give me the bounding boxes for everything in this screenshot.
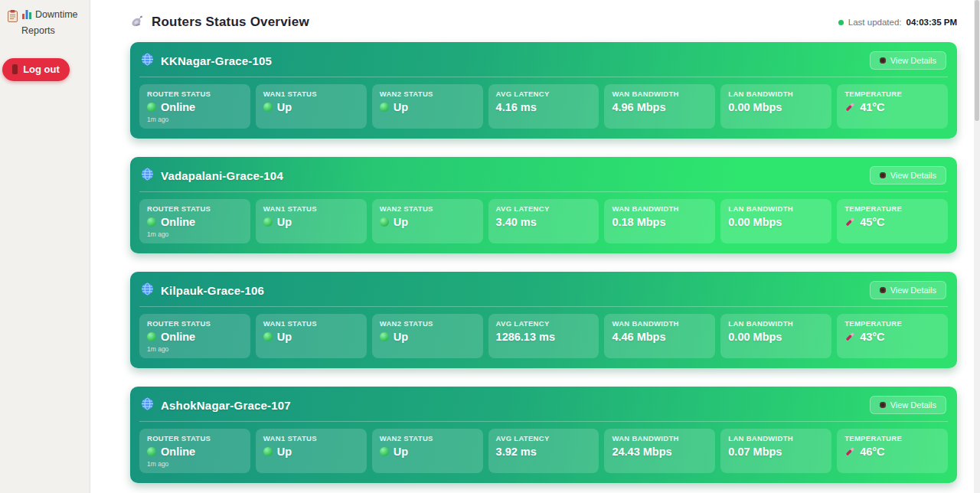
- thermometer-icon: [844, 217, 855, 227]
- stat-label: WAN BANDWIDTH: [612, 204, 707, 213]
- app-window: Downtime Reports Log out Routers Stat: [0, 0, 980, 493]
- stat-label: TEMPERATURE: [844, 319, 940, 328]
- stat-value: Up: [277, 446, 292, 458]
- status-dot-icon: [380, 103, 389, 112]
- stat-label: TEMPERATURE: [844, 434, 940, 442]
- stat-value: Up: [277, 216, 292, 228]
- stat-value: Up: [277, 101, 292, 113]
- thermometer-icon: [844, 446, 855, 457]
- stat-sub: 1m ago: [147, 460, 243, 468]
- globe-icon: [141, 397, 154, 413]
- status-dot-icon: [263, 447, 273, 456]
- stat-value: 3.92 ms: [496, 446, 537, 458]
- stat-label: WAN BANDWIDTH: [612, 90, 707, 98]
- stat-label: LAN BANDWIDTH: [728, 204, 824, 213]
- view-details-button[interactable]: View Details: [870, 396, 946, 414]
- clipboard-icon: [8, 10, 18, 25]
- view-details-button[interactable]: View Details: [870, 166, 946, 184]
- status-dot-icon: [380, 447, 389, 456]
- stat-label: WAN1 STATUS: [263, 204, 359, 213]
- globe-icon: [141, 168, 154, 184]
- stat-value: Online: [161, 446, 195, 458]
- stat-tile: ROUTER STATUS Online 1m ago: [139, 199, 250, 243]
- status-dot-icon: [147, 447, 156, 456]
- stat-tile: ROUTER STATUS Online 1m ago: [139, 314, 250, 358]
- stat-tile: TEMPERATURE 45°C: [837, 199, 948, 243]
- stat-label: TEMPERATURE: [844, 90, 940, 98]
- stat-label: WAN1 STATUS: [263, 90, 359, 98]
- status-dot-icon: [263, 217, 273, 227]
- stats-row: ROUTER STATUS Online 1m ago WAN1 STATUS …: [139, 314, 948, 358]
- router-card: Vadapalani-Grace-104 View Details ROUTER…: [130, 157, 957, 253]
- stat-sub: 1m ago: [147, 116, 243, 123]
- stat-tile: WAN1 STATUS Up: [256, 84, 367, 129]
- stat-tile: LAN BANDWIDTH 0.07 Mbps: [720, 429, 831, 473]
- thermometer-icon: [844, 102, 855, 113]
- view-details-label: View Details: [890, 171, 936, 180]
- sidebar-item-label: Downtime Reports: [21, 8, 81, 38]
- stats-row: ROUTER STATUS Online 1m ago WAN1 STATUS …: [139, 84, 948, 129]
- stat-label: AVG LATENCY: [496, 434, 592, 442]
- stat-tile: WAN2 STATUS Up: [372, 429, 483, 473]
- scrollbar-track[interactable]: [974, 0, 980, 493]
- status-dot-icon: [380, 332, 389, 341]
- view-details-label: View Details: [890, 286, 936, 295]
- stat-tile: LAN BANDWIDTH 0.00 Mbps: [720, 84, 831, 129]
- stat-value: Up: [277, 331, 292, 343]
- stat-tile: WAN BANDWIDTH 24.43 Mbps: [604, 429, 715, 473]
- stat-tile: TEMPERATURE 43°C: [837, 314, 948, 358]
- stat-value: 0.18 Mbps: [612, 216, 665, 228]
- stat-label: AVG LATENCY: [496, 204, 592, 213]
- stat-value: 0.00 Mbps: [728, 331, 782, 343]
- router-name: KKNagar-Grace-105: [161, 54, 272, 67]
- globe-icon: [141, 282, 154, 299]
- globe-icon: [141, 53, 154, 69]
- router-name: AshokNagar-Grace-107: [161, 399, 291, 412]
- stat-sub: 1m ago: [147, 230, 243, 238]
- view-details-label: View Details: [890, 400, 936, 410]
- stat-label: WAN1 STATUS: [263, 319, 359, 328]
- view-details-button[interactable]: View Details: [870, 281, 946, 299]
- logout-button[interactable]: Log out: [2, 58, 70, 81]
- page-title: Routers Status Overview: [152, 15, 309, 30]
- stat-label: TEMPERATURE: [844, 204, 940, 213]
- stat-label: WAN2 STATUS: [380, 319, 475, 328]
- stat-label: LAN BANDWIDTH: [728, 434, 824, 442]
- stat-tile: ROUTER STATUS Online 1m ago: [139, 429, 250, 473]
- stat-label: ROUTER STATUS: [147, 434, 243, 442]
- stat-value: 0.07 Mbps: [728, 446, 782, 458]
- main-content: Routers Status Overview Last updated: 04…: [90, 0, 980, 493]
- stat-value: Online: [161, 216, 195, 228]
- stat-value: 4.96 Mbps: [612, 101, 665, 113]
- stat-label: WAN2 STATUS: [380, 204, 475, 213]
- logout-label: Log out: [23, 64, 60, 75]
- stat-value: Up: [394, 101, 408, 113]
- stat-label: ROUTER STATUS: [147, 90, 243, 98]
- stat-label: WAN1 STATUS: [263, 434, 359, 442]
- stat-tile: WAN BANDWIDTH 0.18 Mbps: [604, 199, 715, 243]
- stat-label: ROUTER STATUS: [147, 204, 243, 213]
- stat-value: 41°C: [860, 101, 884, 113]
- stat-value: Online: [161, 331, 195, 343]
- stat-tile: AVG LATENCY 4.16 ms: [488, 84, 599, 129]
- stat-value: 43°C: [860, 331, 884, 343]
- page-header: Routers Status Overview Last updated: 04…: [130, 8, 957, 37]
- view-details-button[interactable]: View Details: [870, 51, 946, 70]
- stat-tile: AVG LATENCY 3.92 ms: [488, 429, 599, 473]
- bar-chart-icon: [21, 9, 32, 24]
- stat-label: LAN BANDWIDTH: [728, 90, 824, 98]
- stat-tile: WAN1 STATUS Up: [256, 429, 367, 473]
- status-dot-icon: [147, 332, 156, 341]
- scrollbar-thumb[interactable]: [975, 0, 979, 121]
- stat-tile: LAN BANDWIDTH 0.00 Mbps: [720, 199, 831, 243]
- stat-tile: AVG LATENCY 1286.13 ms: [488, 314, 599, 358]
- stat-label: AVG LATENCY: [496, 90, 592, 98]
- eye-icon: [880, 172, 886, 178]
- satellite-dish-icon: [130, 14, 145, 31]
- router-card: Kilpauk-Grace-106 View Details ROUTER ST…: [130, 272, 957, 368]
- stat-label: ROUTER STATUS: [147, 319, 243, 328]
- status-dot-icon: [147, 217, 156, 227]
- sidebar-item-downtime-reports[interactable]: Downtime Reports: [0, 5, 90, 41]
- stat-tile: AVG LATENCY 3.40 ms: [488, 199, 599, 243]
- stat-tile: TEMPERATURE 46°C: [837, 429, 948, 473]
